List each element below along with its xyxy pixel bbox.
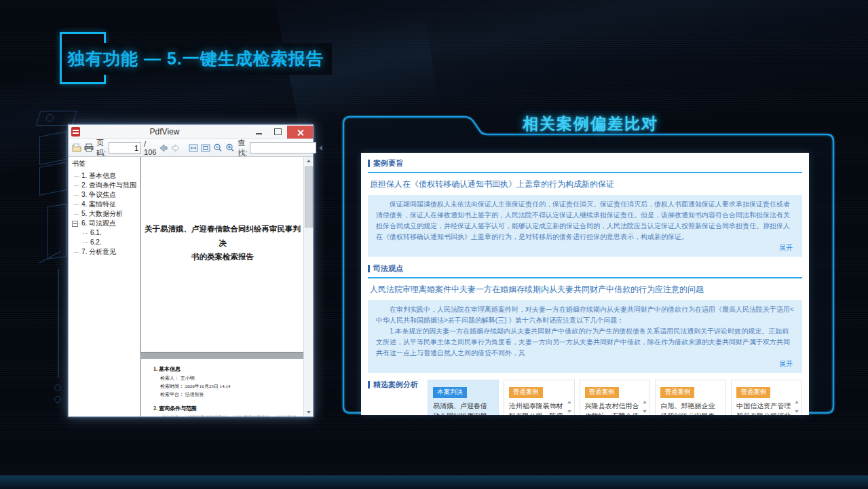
- bookmark-item[interactable]: 6.2.: [72, 238, 138, 247]
- window-title: PdfView: [80, 127, 249, 137]
- document-page-1: 关于易清娥、卢迎春借款合同纠纷再审民事判决 书的类案检索报告: [140, 157, 304, 352]
- scroll-down-icon[interactable]: [795, 410, 799, 413]
- bookmark-item[interactable]: 5. 大数据分析: [72, 209, 138, 219]
- minimize-button[interactable]: [249, 126, 268, 139]
- section-bar-icon: [368, 381, 370, 388]
- bookmark-item[interactable]: 6.1.: [72, 228, 138, 238]
- section-name: 案例要旨: [373, 158, 403, 168]
- case-card[interactable]: 普通案例 中国信达资产管理股份有限公司河北省分公司、南京三信防务: [731, 380, 802, 415]
- bookmark-item[interactable]: 6. 司法观点: [72, 219, 138, 228]
- case-card[interactable]: 普通案例 白旭、郑艳丽企业借贷纠纷二审民事判决书: [655, 380, 726, 415]
- hud-decoration: [39, 131, 67, 165]
- section-name: 司法观点: [373, 264, 403, 274]
- hud-decoration: [54, 396, 61, 403]
- doc-line: 检索平台： 法信智推: [153, 391, 296, 399]
- case-badge: 普通案例: [660, 387, 694, 398]
- case-card-title: 中国信达资产管理股份有限公司河北省分公司、南京三信防务: [736, 401, 793, 416]
- doc-line: 检索时间： 2020年10月23日 14:14: [153, 383, 296, 391]
- case-title-row: 本案判决 易清娥、卢迎春借款合同纠纷再审民事判决书 普通案例 沧州福泰隆装饰材料…: [428, 380, 802, 415]
- case-comparison-panel: 案例要旨 原担保人在《债权转移确认通知书回执》上盖章的行为构成新的保证 保证期间…: [361, 153, 809, 415]
- case-gist-subtitle[interactable]: 原担保人在《债权转移确认通知书回执》上盖章的行为构成新的保证: [370, 179, 800, 190]
- hud-decoration: [39, 162, 67, 196]
- doc-line: 检索人： 王小明: [153, 375, 296, 383]
- document-page-2: 1. 基本信息 检索人： 王小明 检索时间： 2020年10月23日 14:14…: [140, 357, 304, 416]
- bookmark-item[interactable]: 3. 争议焦点: [72, 190, 138, 200]
- case-badge: 本案判决: [433, 387, 467, 398]
- pdf-viewer-window: PdfView 页码: / 106 查找: 书签 1. 基本信息 2. 查询条件…: [68, 124, 314, 417]
- collapse-node-icon[interactable]: [72, 221, 78, 227]
- document-scrollbar[interactable]: [303, 157, 313, 416]
- judicial-view-subtitle[interactable]: 人民法院审理离婚案件中夫妻一方在婚姻存续期内从夫妻共同财产中借款的行为应注意的问…: [370, 284, 800, 295]
- case-card[interactable]: 普通案例 兴隆县农村信用合作联社、石荣合借款合同纠纷再审民事判决: [580, 380, 651, 415]
- doc-section-heading: 1. 基本信息: [153, 365, 296, 373]
- scroll-up-icon[interactable]: [795, 401, 799, 403]
- case-card-title: 兴隆县农村信用合作联社、石荣合借款合同纠纷再审民事判决: [585, 401, 641, 416]
- case-badge: 普通案例: [509, 387, 543, 398]
- hud-decoration: [35, 111, 77, 126]
- doc-section-heading: 2. 查询条件与范围: [153, 405, 296, 412]
- case-gist-body: 保证期间届满债权人未依法向保证人主张保证责任的，保证责任消灭。保证责任消灭后，债…: [376, 199, 794, 242]
- section-judicial-view: 司法观点: [361, 257, 809, 274]
- open-file-icon[interactable]: [72, 143, 81, 152]
- judicial-view-body: 在审判实践中，人民法院在审理离婚案件时，对夫妻一方在婚姻存续期内从夫妻共同财产中…: [376, 304, 794, 359]
- slide-title: 独有功能 — 5.一键生成检索报告: [66, 43, 332, 75]
- hud-decoration: [46, 114, 54, 122]
- expand-link[interactable]: 展开: [376, 242, 794, 255]
- scroll-up-icon[interactable]: [304, 157, 313, 165]
- scroll-up-icon[interactable]: [567, 401, 571, 403]
- zoom-out-icon[interactable]: [213, 143, 223, 152]
- case-card-title: 沧州福泰隆装饰材料有限公司、陈雪借款合同纠纷再审民事判: [509, 401, 565, 416]
- bookmark-item[interactable]: 4. 案情特征: [72, 200, 138, 209]
- section-case-analysis: 精选案例分析 争点 证据 说理 本案判决 易清娥、卢迎春借款合同纠纷再审民事判决…: [361, 380, 809, 415]
- section-underline: [368, 277, 802, 278]
- zoom-in-icon[interactable]: [225, 143, 235, 152]
- section-name: 精选案例分析: [373, 380, 418, 390]
- collapse-toolbar-icon[interactable]: [319, 145, 322, 151]
- find-label: 查找:: [238, 138, 247, 158]
- scrollbar-thumb[interactable]: [305, 166, 313, 228]
- prev-page-icon[interactable]: [159, 144, 168, 152]
- case-badge: 普通案例: [736, 387, 770, 398]
- bookmark-item[interactable]: 1. 基本信息: [72, 171, 138, 181]
- case-card-title: 白旭、郑艳丽企业借贷纠纷二审民事判决书: [660, 401, 717, 416]
- page-number-input[interactable]: [109, 142, 141, 153]
- expand-link[interactable]: 展开: [376, 359, 794, 372]
- case-card[interactable]: 普通案例 沧州福泰隆装饰材料有限公司、陈雪借款合同纠纷再审民事判: [504, 380, 575, 415]
- judicial-view-box: 在审判实践中，人民法院在审理离婚案件时，对夫妻一方在婚姻存续期内从夫妻共同财产中…: [368, 300, 802, 373]
- bottom-accent-bar: [0, 475, 868, 489]
- section-bar-icon: [368, 265, 370, 272]
- hud-decoration: [58, 269, 59, 378]
- bookmarks-sidebar: 书签 1. 基本信息 2. 查询条件与范围 3. 争议焦点 4. 案情特征 5.…: [69, 157, 140, 416]
- section-bar-icon: [368, 160, 370, 167]
- scroll-up-icon[interactable]: [643, 401, 647, 403]
- scroll-down-icon[interactable]: [567, 410, 571, 413]
- scroll-down-icon[interactable]: [304, 408, 313, 416]
- bookmarks-header: 书签: [72, 159, 138, 168]
- print-icon[interactable]: [84, 143, 94, 152]
- bookmark-item[interactable]: 2. 查询条件与范围: [72, 181, 138, 190]
- page-total: / 106: [144, 140, 156, 156]
- section-case-gist: 案例要旨: [361, 153, 809, 168]
- close-button[interactable]: [287, 126, 313, 139]
- fit-page-icon[interactable]: [201, 144, 210, 152]
- page-label: 页码:: [96, 138, 106, 158]
- bookmark-item[interactable]: 7. 分析意见: [72, 247, 138, 257]
- next-page-icon[interactable]: [171, 144, 181, 152]
- pdf-app-icon: [71, 127, 80, 137]
- case-gist-box: 保证期间届满债权人未依法向保证人主张保证责任的，保证责任消灭。保证责任消灭后，债…: [368, 195, 802, 257]
- hud-decoration: [54, 384, 61, 391]
- case-badge: 普通案例: [585, 387, 619, 398]
- case-card-title: 易清娥、卢迎春借款合同纠纷再审民事判决书: [433, 401, 489, 416]
- report-title: 关于易清娥、卢迎春借款合同纠纷再审民事判决 书的类案检索报告: [141, 222, 304, 264]
- fit-width-icon[interactable]: [189, 144, 198, 152]
- scroll-down-icon[interactable]: [643, 410, 647, 413]
- document-area: 关于易清娥、卢迎春借款合同纠纷再审民事判决 书的类案检索报告 1. 基本信息 检…: [140, 157, 313, 416]
- section-underline: [368, 172, 802, 173]
- panel-title: 相关案例偏差比对: [434, 113, 747, 134]
- find-input[interactable]: [250, 142, 316, 153]
- maximize-button[interactable]: [268, 126, 287, 139]
- case-card[interactable]: 本案判决 易清娥、卢迎春借款合同纠纷再审民事判决书: [428, 380, 499, 415]
- doc-paragraph: 优先检索：中国审判案例要览案例、人民法院案例选案例、人民法院报案例、人民司法案例…: [153, 414, 296, 416]
- hud-decoration: [48, 204, 67, 259]
- pdf-toolbar: 页码: / 106 查找:: [69, 139, 313, 157]
